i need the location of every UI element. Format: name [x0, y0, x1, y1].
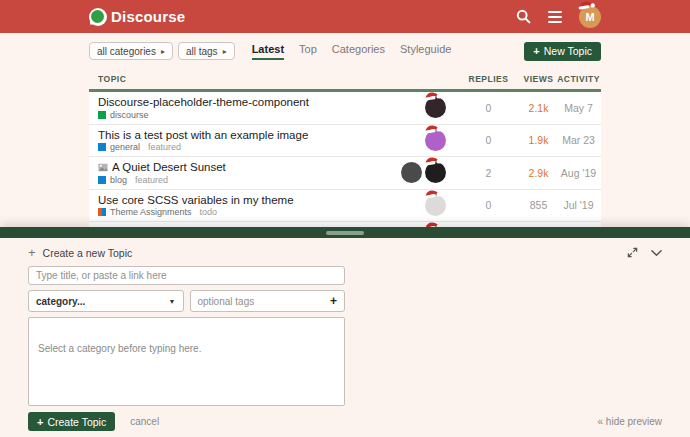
poster-avatar[interactable] — [425, 162, 446, 183]
category-badge-icon — [98, 111, 106, 119]
views-count: 855 — [521, 199, 556, 211]
category-link[interactable]: Theme Assignments — [110, 207, 192, 217]
category-link[interactable]: general — [110, 142, 140, 152]
composer-grip-bar[interactable] — [0, 227, 690, 238]
topic-body-editor[interactable]: Select a category before typing here. — [28, 317, 345, 406]
tags-input[interactable]: optional tags + — [190, 290, 346, 312]
category-link[interactable]: discourse — [110, 110, 149, 120]
list-controls: all categories ▸ all tags ▸ LatestTopCat… — [89, 40, 601, 62]
composer-title: Create a new Topic — [43, 247, 133, 259]
topic-posters — [381, 195, 456, 216]
category-link[interactable]: blog — [110, 175, 127, 185]
column-header-replies[interactable]: REPLIES — [456, 74, 521, 84]
topic-tag[interactable]: featured — [148, 142, 181, 152]
nav-tabs: LatestTopCategoriesStyleguide — [252, 43, 452, 60]
plus-icon: + — [28, 245, 36, 260]
composer-footer: + Create Topic cancel « hide preview — [28, 412, 662, 431]
topic-title-input[interactable] — [28, 266, 345, 285]
image-icon — [98, 163, 108, 172]
tags-placeholder: optional tags — [198, 296, 255, 307]
tab-latest[interactable]: Latest — [252, 43, 284, 60]
activity-date[interactable]: Aug '19 — [556, 167, 601, 179]
create-topic-label: Create Topic — [47, 416, 106, 428]
category-filter-label: all categories — [97, 46, 156, 57]
topic-tag[interactable]: featured — [135, 175, 168, 185]
category-badge-icon — [98, 143, 106, 151]
topic-title-link[interactable]: Use core SCSS variables in my theme — [98, 194, 294, 206]
category-badge-icon — [98, 176, 106, 184]
table-row[interactable]: Use core SCSS variables in my theme Them… — [89, 190, 601, 223]
activity-date[interactable]: Jul '19 — [556, 199, 601, 211]
cancel-link[interactable]: cancel — [130, 416, 159, 427]
site-logo[interactable]: Discourse — [89, 8, 185, 26]
discourse-logo-icon — [89, 8, 107, 26]
activity-date[interactable]: Mar 23 — [556, 134, 601, 146]
hide-preview-link[interactable]: « hide preview — [598, 416, 662, 427]
topic-title-link[interactable]: A Quiet Desert Sunset — [112, 161, 226, 173]
site-logo-text: Discourse — [111, 8, 185, 25]
topic-posters — [381, 162, 456, 183]
tab-top[interactable]: Top — [299, 43, 317, 60]
category-filter-dropdown[interactable]: all categories ▸ — [89, 42, 173, 60]
column-header-topic[interactable]: TOPIC — [89, 74, 381, 84]
new-topic-button[interactable]: + New Topic — [524, 42, 601, 61]
caret-right-icon: ▸ — [161, 47, 165, 56]
caret-down-icon: ▼ — [169, 298, 176, 305]
views-count: 2.1k — [521, 102, 556, 114]
activity-date[interactable]: May 7 — [556, 102, 601, 114]
category-badge-icon — [98, 208, 106, 216]
views-count: 2.9k — [521, 167, 556, 179]
topic-title-link[interactable]: This is a test post with an example imag… — [98, 129, 308, 141]
hamburger-menu-icon[interactable] — [548, 11, 562, 23]
composer-grip-handle[interactable] — [326, 231, 364, 235]
table-row[interactable]: This is a test post with an example imag… — [89, 125, 601, 158]
tab-categories[interactable]: Categories — [332, 43, 385, 60]
topic-list-header: TOPIC REPLIES VIEWS ACTIVITY — [89, 71, 601, 92]
new-topic-label: New Topic — [544, 45, 592, 57]
user-avatar[interactable]: M — [579, 6, 601, 28]
replies-count: 0 — [456, 102, 521, 114]
replies-count: 0 — [456, 134, 521, 146]
views-count: 1.9k — [521, 134, 556, 146]
tag-filter-dropdown[interactable]: all tags ▸ — [178, 42, 235, 60]
topic-title-link[interactable]: Discourse-placeholder-theme-component — [98, 96, 309, 108]
search-icon[interactable] — [516, 9, 531, 24]
column-header-activity[interactable]: ACTIVITY — [556, 74, 601, 84]
poster-avatar[interactable] — [401, 162, 422, 183]
tab-styleguide[interactable]: Styleguide — [400, 43, 451, 60]
plus-icon: + — [533, 45, 539, 57]
composer-panel: + Create a new Topic category... ▼ optio… — [0, 227, 690, 437]
plus-icon: + — [37, 416, 43, 428]
poster-avatar[interactable] — [425, 130, 446, 151]
caret-right-icon: ▸ — [223, 47, 227, 56]
expand-composer-icon[interactable] — [627, 247, 638, 258]
editor-placeholder: Select a category before typing here. — [38, 343, 201, 354]
replies-count: 0 — [456, 199, 521, 211]
topic-posters — [381, 97, 456, 118]
create-topic-button[interactable]: + Create Topic — [28, 412, 115, 431]
column-header-views[interactable]: VIEWS — [521, 74, 556, 84]
composer-header: + Create a new Topic — [28, 245, 662, 260]
header-icons: M — [516, 6, 601, 28]
category-select[interactable]: category... ▼ — [28, 290, 184, 312]
collapse-composer-icon[interactable] — [651, 249, 662, 257]
tag-filter-label: all tags — [186, 46, 218, 57]
topic-tag[interactable]: todo — [200, 207, 218, 217]
avatar-initial: M — [585, 11, 594, 23]
table-row[interactable]: A Quiet Desert Sunset blog featured 2 2.… — [89, 157, 601, 190]
poster-avatar[interactable] — [425, 97, 446, 118]
site-header: Discourse M — [0, 0, 690, 33]
plus-icon: + — [330, 294, 337, 308]
topic-posters — [381, 130, 456, 151]
replies-count: 2 — [456, 167, 521, 179]
category-select-value: category... — [36, 296, 85, 307]
table-row[interactable]: Discourse-placeholder-theme-component di… — [89, 92, 601, 125]
poster-avatar[interactable] — [425, 195, 446, 216]
